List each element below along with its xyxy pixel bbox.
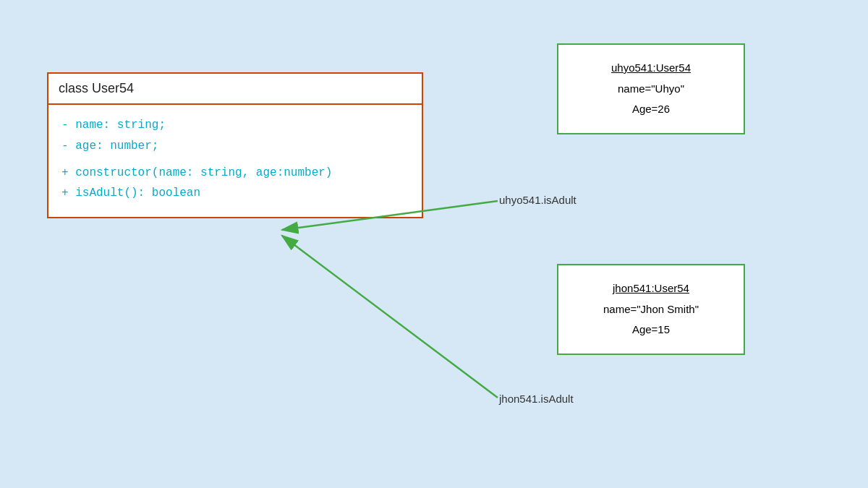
- arrow-2: [282, 236, 498, 398]
- instance2-name: name="Jhon Smith": [569, 299, 733, 320]
- instance2-title: jhon541:User54: [569, 278, 733, 299]
- arrow-label-2: jhon541.isAdult: [499, 393, 574, 405]
- field-age: - age: number;: [61, 140, 158, 153]
- method-constructor: + constructor(name: string, age:number): [61, 166, 332, 179]
- method-isadult: + isAdult(): boolean: [61, 187, 200, 200]
- diagram-container: class User54 - name: string; - age: numb…: [0, 0, 868, 488]
- field-name: - name: string;: [61, 119, 166, 132]
- instance1-age: Age=26: [569, 99, 733, 120]
- instance-box-2: jhon541:User54 name="Jhon Smith" Age=15: [557, 264, 745, 355]
- class-body: - name: string; - age: number; + constru…: [48, 105, 422, 217]
- class-box: class User54 - name: string; - age: numb…: [47, 72, 423, 218]
- instance2-age: Age=15: [569, 320, 733, 341]
- instance1-name: name="Uhyo": [569, 79, 733, 100]
- arrow-label-1: uhyo541.isAdult: [499, 194, 576, 206]
- instance1-title: uhyo541:User54: [569, 58, 733, 79]
- class-title: class User54: [48, 74, 422, 105]
- instance-box-1: uhyo541:User54 name="Uhyo" Age=26: [557, 43, 745, 134]
